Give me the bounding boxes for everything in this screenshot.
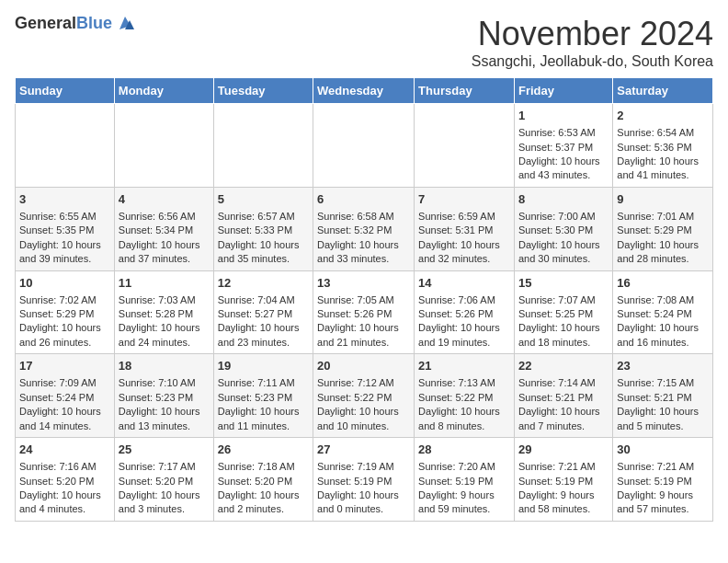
day-info: Sunrise: 6:58 AM [317,210,410,224]
logo: GeneralBlue [15,15,134,33]
header-cell-monday: Monday [114,78,213,104]
day-info: Sunrise: 7:21 AM [617,460,709,474]
day-info: Sunset: 5:26 PM [317,307,410,321]
calendar-cell [114,104,213,188]
calendar-cell: 12Sunrise: 7:04 AMSunset: 5:27 PMDayligh… [213,270,313,354]
day-info: Sunrise: 6:57 AM [218,210,309,224]
calendar-cell: 11Sunrise: 7:03 AMSunset: 5:28 PMDayligh… [114,270,213,354]
calendar-cell: 26Sunrise: 7:18 AMSunset: 5:20 PMDayligh… [213,438,313,522]
day-info: Sunset: 5:22 PM [418,391,510,405]
calendar-cell: 24Sunrise: 7:16 AMSunset: 5:20 PMDayligh… [16,438,115,522]
day-info: Sunset: 5:31 PM [418,224,510,237]
day-info: Sunrise: 7:14 AM [518,376,609,390]
day-number: 13 [317,275,410,292]
calendar-cell [415,104,515,188]
day-info: Sunset: 5:19 PM [518,475,609,488]
day-info: Sunset: 5:20 PM [218,475,309,488]
day-info: Daylight: 9 hours and 58 minutes. [518,488,609,517]
day-info: Daylight: 10 hours and 5 minutes. [617,405,709,433]
day-number: 5 [218,191,309,208]
day-info: Sunrise: 7:17 AM [119,460,210,474]
calendar-cell [213,104,313,188]
calendar-cell: 19Sunrise: 7:11 AMSunset: 5:23 PMDayligh… [213,354,313,438]
day-info: Sunrise: 7:18 AM [218,460,309,474]
day-info: Sunrise: 7:09 AM [19,376,110,390]
day-number: 27 [317,442,410,458]
title-area: November 2024 Ssangchi, Jeollabuk-do, So… [472,15,713,70]
day-info: Sunset: 5:25 PM [518,307,609,321]
day-number: 1 [518,108,609,124]
day-info: Sunset: 5:35 PM [19,224,110,237]
day-info: Sunset: 5:20 PM [119,475,210,488]
day-info: Daylight: 10 hours and 14 minutes. [19,405,110,433]
calendar-week-4: 17Sunrise: 7:09 AMSunset: 5:24 PMDayligh… [16,354,713,438]
header-row: SundayMondayTuesdayWednesdayThursdayFrid… [16,78,713,104]
day-number: 23 [617,358,709,374]
day-info: Sunrise: 7:20 AM [418,460,510,474]
day-info: Sunset: 5:19 PM [617,475,709,488]
calendar-cell: 18Sunrise: 7:10 AMSunset: 5:23 PMDayligh… [114,354,213,438]
day-number: 7 [418,191,510,208]
calendar-cell: 4Sunrise: 6:56 AMSunset: 5:34 PMDaylight… [114,187,213,270]
day-info: Daylight: 10 hours and 4 minutes. [19,488,110,517]
day-info: Sunset: 5:19 PM [418,475,510,488]
day-info: Sunrise: 7:06 AM [418,293,510,307]
day-info: Daylight: 10 hours and 13 minutes. [119,405,210,433]
day-info: Sunrise: 7:15 AM [617,376,709,390]
day-info: Sunset: 5:24 PM [19,391,110,405]
page-subtitle: Ssangchi, Jeollabuk-do, South Korea [472,53,713,70]
header-cell-thursday: Thursday [415,78,515,104]
calendar-cell: 8Sunrise: 7:00 AMSunset: 5:30 PMDaylight… [514,187,612,270]
day-info: Sunset: 5:28 PM [119,307,210,321]
calendar-cell: 21Sunrise: 7:13 AMSunset: 5:22 PMDayligh… [415,354,515,438]
day-info: Sunrise: 7:07 AM [518,293,609,307]
day-number: 3 [19,191,110,208]
calendar-week-3: 10Sunrise: 7:02 AMSunset: 5:29 PMDayligh… [16,270,713,354]
day-number: 16 [617,275,709,292]
day-number: 25 [119,442,210,458]
calendar-cell: 29Sunrise: 7:21 AMSunset: 5:19 PMDayligh… [514,438,612,522]
day-info: Sunset: 5:27 PM [218,307,309,321]
day-info: Sunset: 5:36 PM [617,141,709,155]
day-info: Daylight: 9 hours and 59 minutes. [418,488,510,517]
calendar-cell: 10Sunrise: 7:02 AMSunset: 5:29 PMDayligh… [16,270,115,354]
header-cell-sunday: Sunday [16,78,115,104]
calendar-cell: 23Sunrise: 7:15 AMSunset: 5:21 PMDayligh… [613,354,713,438]
day-info: Sunrise: 7:19 AM [317,460,410,474]
day-info: Daylight: 10 hours and 19 minutes. [418,321,510,350]
day-number: 26 [218,442,309,458]
day-number: 8 [518,191,609,208]
day-number: 24 [19,442,110,458]
day-info: Daylight: 10 hours and 23 minutes. [218,321,309,350]
day-info: Sunrise: 6:59 AM [418,210,510,224]
calendar-cell: 1Sunrise: 6:53 AMSunset: 5:37 PMDaylight… [514,104,612,188]
logo-icon [114,13,134,33]
day-number: 9 [617,191,709,208]
calendar-cell: 5Sunrise: 6:57 AMSunset: 5:33 PMDaylight… [213,187,313,270]
day-info: Daylight: 10 hours and 30 minutes. [518,238,609,267]
day-info: Sunrise: 7:01 AM [617,210,709,224]
day-number: 18 [119,358,210,374]
day-number: 14 [418,275,510,292]
day-info: Sunrise: 6:53 AM [518,126,609,140]
calendar-week-2: 3Sunrise: 6:55 AMSunset: 5:35 PMDaylight… [16,187,713,270]
day-info: Daylight: 10 hours and 18 minutes. [518,321,609,350]
day-info: Daylight: 10 hours and 7 minutes. [518,405,609,433]
calendar-body: 1Sunrise: 6:53 AMSunset: 5:37 PMDaylight… [16,104,713,522]
calendar-cell: 6Sunrise: 6:58 AMSunset: 5:32 PMDaylight… [313,187,415,270]
day-info: Sunrise: 7:13 AM [418,376,510,390]
day-info: Sunset: 5:37 PM [518,141,609,155]
day-info: Daylight: 9 hours and 57 minutes. [617,488,709,517]
day-number: 30 [617,442,709,458]
header-cell-tuesday: Tuesday [213,78,313,104]
day-info: Daylight: 10 hours and 8 minutes. [418,405,510,433]
day-info: Sunrise: 7:03 AM [119,293,210,307]
calendar-cell: 3Sunrise: 6:55 AMSunset: 5:35 PMDaylight… [16,187,115,270]
day-info: Daylight: 10 hours and 10 minutes. [317,405,410,433]
day-info: Sunrise: 7:21 AM [518,460,609,474]
page-title: November 2024 [472,15,713,53]
day-number: 19 [218,358,309,374]
calendar-week-1: 1Sunrise: 6:53 AMSunset: 5:37 PMDaylight… [16,104,713,188]
calendar-cell: 9Sunrise: 7:01 AMSunset: 5:29 PMDaylight… [613,187,713,270]
day-number: 12 [218,275,309,292]
